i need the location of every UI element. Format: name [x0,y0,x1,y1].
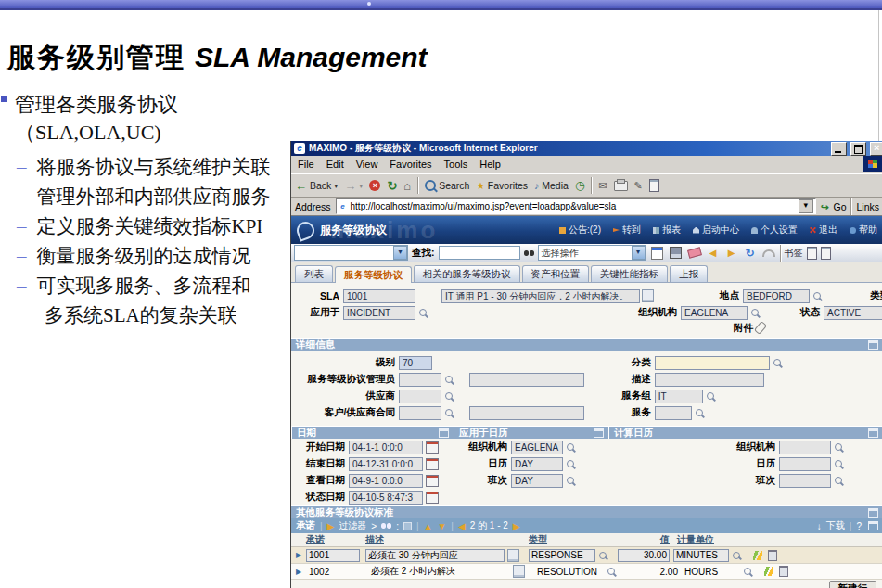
close-button[interactable] [870,142,882,156]
site-lookup-icon[interactable] [813,292,821,300]
row-expand-icon[interactable]: ▶ [291,568,306,576]
query-select[interactable]: ▾ [294,245,408,261]
service-lookup-icon[interactable] [696,409,703,416]
long-description-icon[interactable] [642,289,654,302]
lookup-icon[interactable] [835,477,842,484]
save-record-button[interactable] [669,246,684,260]
forward-button[interactable]: →▾ [344,179,363,193]
filter-expand-icon[interactable]: > [371,521,377,531]
contract-desc-field[interactable] [469,406,584,420]
previous-page-icon[interactable]: ▲ [424,521,433,531]
insert-record-button[interactable] [650,246,665,260]
menu-view[interactable]: View [356,159,378,170]
classification-lookup-icon[interactable] [773,359,781,366]
calc-calendar-field[interactable] [779,457,831,471]
contract-lookup-icon[interactable] [445,409,453,416]
menu-favorites[interactable]: Favorites [390,159,431,170]
start-date-field[interactable]: 04-1-1 0:0:0 [349,441,423,454]
lookup-icon[interactable] [835,460,842,467]
tab-escalation[interactable]: 上报 [670,265,708,282]
service-group-field[interactable]: IT [655,390,703,403]
commitment-row-selected[interactable]: ▶ 1001 必须在 30 分钟内回应 RESPONSE 30.00 MINUT… [291,547,882,564]
find-binoculars-icon[interactable] [524,250,529,256]
contract-field[interactable] [399,406,441,420]
links-label[interactable]: Links [856,201,879,212]
bulletins-link[interactable]: 公告:(2) [559,224,601,236]
col-header-commitment[interactable]: 承诺 [306,533,360,546]
report-doc-icon[interactable] [821,247,831,260]
sla-admin-field[interactable] [399,373,441,387]
download-link[interactable]: 下载 [826,519,845,532]
tab-kpi[interactable]: 关键性能指标 [591,265,668,282]
action-select[interactable]: 选择操作▾ [538,245,646,261]
refresh-button[interactable]: ↻ [387,179,397,193]
table-collapse-icon[interactable] [868,521,878,530]
commitment-id-field[interactable]: 1001 [306,549,360,562]
level-field[interactable]: 70 [399,356,432,370]
report-doc-icon[interactable] [807,247,817,260]
lookup-icon[interactable] [567,460,574,467]
organization-field[interactable]: EAGLENA [681,306,748,320]
home-button[interactable]: ⌂ [403,179,411,193]
delete-row-icon[interactable] [779,566,788,577]
back-dropdown-icon[interactable]: ▾ [334,182,338,190]
clear-changes-button[interactable] [687,246,702,260]
calendar-icon[interactable] [426,458,439,470]
tab-list[interactable]: 列表 [295,265,333,282]
review-date-field[interactable]: 04-9-1 0:0:0 [349,474,423,488]
tab-assets-locations[interactable]: 资产和位置 [522,265,590,282]
discuss-button[interactable] [649,179,659,192]
menu-help[interactable]: Help [479,159,501,170]
new-row-button[interactable]: 新建行 [829,581,877,588]
end-date-field[interactable]: 04-12-31 0:0:0 [349,457,423,471]
collapse-icon[interactable] [594,428,604,438]
apply-org-field[interactable]: EAGLENA [511,441,563,454]
collapse-icon[interactable] [868,340,878,350]
apply-shift-field[interactable]: DAY [511,474,563,488]
commitment-unit-field[interactable]: MINUTES [673,549,729,562]
maximize-button[interactable] [850,142,866,156]
organization-lookup-icon[interactable] [751,309,759,316]
detail-menu-icon[interactable] [764,567,773,576]
table-find-icon[interactable] [381,523,386,529]
collapse-icon[interactable] [868,508,878,518]
menu-tools[interactable]: Tools [444,159,468,170]
type-lookup-icon[interactable] [607,568,615,575]
vendor-field[interactable] [399,390,441,403]
history-button[interactable]: ◷ [575,179,584,192]
reports-link[interactable]: 报表 [653,224,681,236]
filter-link[interactable]: 过滤器 [339,519,366,532]
sla-field[interactable]: 1001 [343,289,415,303]
forward-dropdown-icon[interactable]: ▾ [359,182,363,190]
commitment-desc-field[interactable]: 必须在 30 分钟内回应 [365,549,505,562]
goto-link[interactable]: 转到 [613,224,641,236]
calendar-icon[interactable] [426,492,439,504]
menu-edit[interactable]: Edit [326,159,344,170]
long-description-icon[interactable] [507,549,519,562]
sla-admin-desc-field[interactable] [469,373,584,387]
previous-record-button[interactable]: ◀ [706,246,721,260]
tab-sla[interactable]: 服务等级协议 [335,266,412,283]
calendar-icon[interactable] [426,475,439,487]
service-group-lookup-icon[interactable] [707,392,714,400]
sla-admin-lookup-icon[interactable] [445,376,453,383]
query-select-arrow-icon[interactable]: ▾ [393,246,407,260]
menu-file[interactable]: File [298,159,314,170]
collapse-icon[interactable] [439,428,449,438]
col-header-unit[interactable]: 计量单位 [677,533,733,546]
print-button[interactable] [614,181,628,191]
tab-related-sla[interactable]: 相关的服务等级协议 [414,265,520,282]
col-header-description[interactable]: 描述 [365,533,505,546]
service-field[interactable] [655,406,692,420]
unit-lookup-icon[interactable] [744,568,751,575]
lookup-icon[interactable] [835,443,842,451]
delete-row-icon[interactable] [768,550,777,561]
long-description-icon[interactable] [513,565,525,578]
mail-button[interactable]: ✉ [598,180,607,192]
signout-link[interactable]: 退出 [810,224,837,236]
lookup-icon[interactable] [567,477,574,484]
favorites-button[interactable]: ★Favorites [476,180,528,191]
status-date-field[interactable]: 04-10-5 8:47:3 [349,491,423,505]
unit-lookup-icon[interactable] [733,552,740,559]
find-input[interactable] [439,246,520,260]
